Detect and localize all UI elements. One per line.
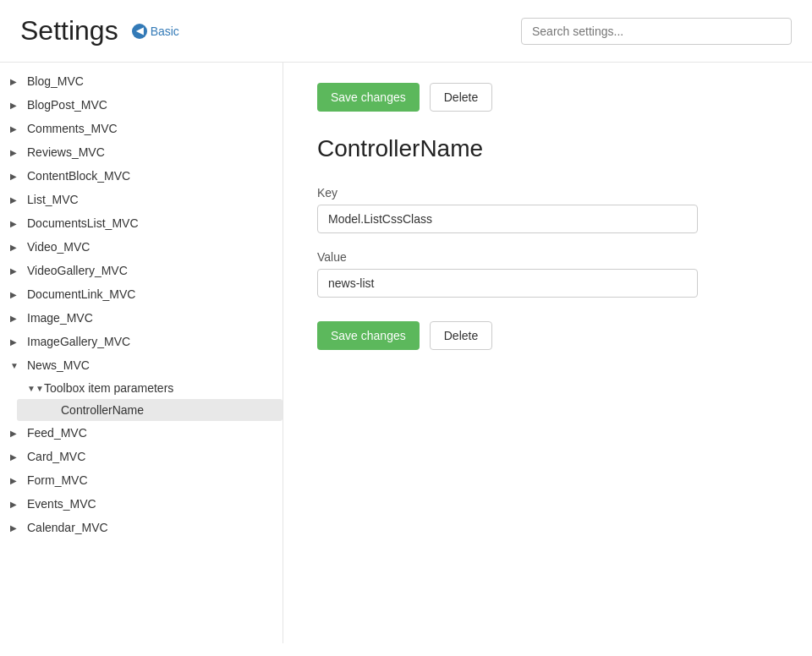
sidebar-item-label: Calendar_MVC: [27, 521, 108, 534]
search-input[interactable]: [521, 18, 792, 45]
arrow-icon: [10, 219, 22, 228]
sidebar-item-blogpost-mvc[interactable]: BlogPost_MVC: [0, 93, 283, 117]
sidebar-item-label: List_MVC: [27, 193, 79, 206]
news-mvc-subgroup: ▼ Toolbox item parameters ControllerName: [0, 377, 283, 421]
key-input[interactable]: [317, 205, 698, 233]
sidebar-subitem-toolbox[interactable]: ▼ Toolbox item parameters: [17, 377, 283, 399]
sidebar-item-news-mvc[interactable]: News_MVC: [0, 353, 283, 377]
sidebar-item-label: DocumentLink_MVC: [27, 287, 135, 301]
sidebar-item-label: DocumentsList_MVC: [27, 216, 139, 230]
arrow-icon: [10, 172, 22, 181]
arrow-down-icon: [10, 361, 22, 370]
arrow-down-icon: ▼: [27, 384, 39, 393]
arrow-icon: [10, 195, 22, 205]
value-field-group: Value: [317, 250, 778, 298]
content-title: ControllerName: [317, 135, 778, 162]
arrow-icon: [10, 77, 22, 86]
save-changes-button-bottom[interactable]: Save changes: [317, 321, 420, 350]
sidebar-item-label: Reviews_MVC: [27, 145, 105, 159]
top-actions: Save changes Delete: [317, 83, 778, 112]
sidebar-item-label: VideoGallery_MVC: [27, 264, 128, 277]
arrow-icon: [10, 476, 22, 485]
sidebar-item-label: Feed_MVC: [27, 426, 87, 440]
arrow-icon: [10, 429, 22, 438]
sidebar-item-imagegallery-mvc[interactable]: ImageGallery_MVC: [0, 330, 283, 353]
sidebar-item-videogallery-mvc[interactable]: VideoGallery_MVC: [0, 259, 283, 282]
sidebar-item-label: Events_MVC: [27, 497, 96, 511]
header: Settings ◀ Basic: [0, 0, 812, 63]
sidebar-item-label: ContentBlock_MVC: [27, 169, 130, 183]
sidebar-item-list-mvc[interactable]: List_MVC: [0, 188, 283, 211]
sidebar-item-label: Comments_MVC: [27, 122, 118, 135]
arrow-icon: [10, 101, 22, 110]
sidebar-item-blog-mvc[interactable]: Blog_MVC: [0, 69, 283, 93]
sidebar-item-label: BlogPost_MVC: [27, 98, 107, 112]
sidebar-item-comments-mvc[interactable]: Comments_MVC: [0, 117, 283, 140]
sidebar-item-label: Blog_MVC: [27, 74, 84, 88]
toolbox-item-parameters-label: Toolbox item parameters: [44, 381, 173, 395]
page-title: Settings: [20, 15, 118, 46]
arrow-icon: [10, 337, 22, 347]
sidebar-leaf-controllername[interactable]: ControllerName: [17, 399, 283, 421]
sidebar-item-label: News_MVC: [27, 358, 90, 372]
leaf-label: ControllerName: [61, 403, 144, 417]
basic-link-label: Basic: [151, 25, 179, 38]
layout: Blog_MVC BlogPost_MVC Comments_MVC Revie…: [0, 63, 812, 643]
save-changes-button-top[interactable]: Save changes: [317, 83, 420, 112]
key-field-group: Key: [317, 186, 778, 233]
delete-button-top[interactable]: Delete: [430, 83, 492, 112]
sidebar-item-documentlink-mvc[interactable]: DocumentLink_MVC: [0, 282, 283, 306]
sidebar-item-documentslist-mvc[interactable]: DocumentsList_MVC: [0, 211, 283, 235]
arrow-icon: [10, 243, 22, 252]
main-content: Save changes Delete ControllerName Key V…: [283, 63, 812, 643]
arrow-icon: [10, 290, 22, 299]
sidebar-item-calendar-mvc[interactable]: Calendar_MVC: [0, 516, 283, 539]
sidebar-item-image-mvc[interactable]: Image_MVC: [0, 306, 283, 330]
sidebar-item-video-mvc[interactable]: Video_MVC: [0, 235, 283, 259]
sidebar-item-events-mvc[interactable]: Events_MVC: [0, 492, 283, 516]
value-input[interactable]: [317, 269, 698, 298]
key-label: Key: [317, 186, 778, 200]
sidebar-item-label: Card_MVC: [27, 450, 85, 463]
sidebar-item-contentblock-mvc[interactable]: ContentBlock_MVC: [0, 164, 283, 188]
sidebar-item-label: Image_MVC: [27, 311, 93, 325]
sidebar-item-label: ImageGallery_MVC: [27, 335, 130, 348]
value-label: Value: [317, 250, 778, 264]
arrow-icon: [10, 314, 22, 323]
sidebar-item-form-mvc[interactable]: Form_MVC: [0, 468, 283, 492]
sidebar-item-label: Form_MVC: [27, 473, 88, 487]
arrow-icon: [10, 500, 22, 509]
sidebar-item-label: Video_MVC: [27, 240, 90, 254]
delete-button-bottom[interactable]: Delete: [430, 321, 492, 350]
arrow-icon: [10, 124, 22, 134]
arrow-icon: [10, 266, 22, 276]
bottom-actions: Save changes Delete: [317, 321, 778, 350]
sidebar-item-feed-mvc[interactable]: Feed_MVC: [0, 421, 283, 445]
sidebar-item-reviews-mvc[interactable]: Reviews_MVC: [0, 140, 283, 164]
arrow-icon: [10, 452, 22, 462]
arrow-icon: [10, 148, 22, 157]
basic-link[interactable]: ◀ Basic: [132, 24, 179, 39]
sidebar: Blog_MVC BlogPost_MVC Comments_MVC Revie…: [0, 63, 283, 643]
basic-link-icon: ◀: [132, 24, 147, 39]
arrow-icon: [10, 523, 22, 533]
sidebar-item-card-mvc[interactable]: Card_MVC: [0, 445, 283, 468]
